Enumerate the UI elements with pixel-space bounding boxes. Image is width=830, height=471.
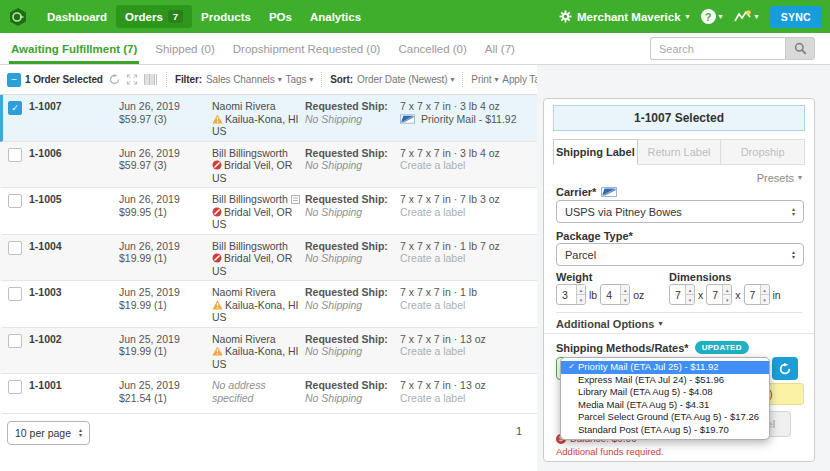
requested-ship-value: No Shipping [305, 345, 400, 358]
expand-icon[interactable] [126, 74, 138, 85]
weight-oz-stepper[interactable]: 4▴▾ [600, 284, 630, 305]
dim-length-stepper[interactable]: 7▴▾ [669, 284, 695, 305]
order-row[interactable]: 1-1001Jun 25, 2019$21.54 (1)No address s… [0, 374, 537, 414]
chevron-down-icon: ▾ [798, 174, 802, 182]
order-checkbox[interactable] [8, 241, 22, 255]
stepper-arrows-icon[interactable]: ▴▾ [722, 285, 731, 304]
rate-option[interactable]: Library Mail (ETA Aug 5) - $4.08 [561, 386, 769, 399]
stepper-arrows-icon[interactable]: ▴▾ [685, 285, 694, 304]
create-label-link[interactable]: Create a label [400, 392, 537, 405]
chevron-down-icon: ▾ [658, 320, 662, 328]
order-row[interactable]: 1-1003Jun 25, 2019$19.99 (1)Naomi Rivera… [0, 281, 537, 328]
order-date-total: Jun 26, 2019$99.95 (1) [119, 193, 212, 231]
order-row[interactable]: 1-1002Jun 25, 2019$19.99 (1)Naomi Rivera… [0, 328, 537, 375]
order-row[interactable]: 1-1006Jun 26, 2019$59.97 (3)Bill Billing… [0, 142, 537, 189]
stepper-arrows-icon[interactable]: ▴▾ [620, 285, 629, 304]
tab-awaiting-fulfillment[interactable]: Awaiting Fulfillment (7) [2, 33, 146, 64]
requested-ship-value: No Shipping [305, 392, 400, 405]
order-checkbox[interactable] [8, 287, 22, 301]
refresh-rates-button[interactable] [772, 357, 798, 380]
tab-dropship[interactable]: Dropship [721, 139, 805, 165]
rate-option[interactable]: Standard Post (ETA Aug 5) - $19.70 [561, 424, 769, 437]
presets-menu[interactable]: Presets▾ [757, 172, 802, 184]
account-menu[interactable]: Merchant Maverick ▾ [559, 10, 690, 23]
nav-analytics[interactable]: Analytics [301, 6, 370, 28]
unit-lb-label: lb [589, 289, 597, 301]
create-label-link[interactable]: Create a label [400, 206, 537, 219]
note-icon[interactable] [291, 195, 300, 204]
per-page-select[interactable]: 10 per page ▴▾ [7, 421, 90, 445]
create-label-link[interactable]: Create a label [400, 159, 537, 172]
requested-ship-cell: Requested Ship:No Shipping [305, 333, 400, 371]
order-row[interactable]: 1-1005Jun 26, 2019$99.95 (1)Bill Billing… [0, 188, 537, 235]
apply-tags-menu[interactable]: Apply Tags▾ [502, 74, 537, 85]
tab-return-label[interactable]: Return Label [638, 139, 722, 165]
order-row[interactable]: ✓1-1007Jun 26, 2019$59.97 (3)Naomi River… [0, 95, 537, 142]
order-checkbox[interactable] [8, 334, 22, 348]
tab-shipping-label[interactable]: Shipping Label [553, 139, 638, 165]
order-checkbox[interactable] [8, 194, 22, 208]
rate-option[interactable]: Express Mail (ETA Jul 24) - $51.96 [561, 374, 769, 387]
additional-options-toggle[interactable]: Additional Options▾ [556, 318, 662, 330]
ordoro-logo-icon[interactable] [8, 7, 28, 27]
order-date-total: Jun 26, 2019$59.97 (3) [119, 100, 212, 138]
search-input[interactable] [650, 37, 785, 60]
activity-menu[interactable]: ▾ [734, 10, 759, 23]
orders-toolbar: – 1 Order Selected Filter: Sales Channel… [0, 65, 537, 95]
stepper-arrows-icon[interactable]: ▴▾ [576, 285, 585, 304]
create-label-link[interactable]: Create a label [400, 252, 537, 265]
sort-order-date[interactable]: Order Date (Newest)▾ [357, 74, 454, 85]
updated-badge: UPDATED [695, 341, 749, 354]
tab-shipped[interactable]: Shipped (0) [146, 33, 223, 64]
dim-height-stepper[interactable]: 7▴▾ [744, 284, 770, 305]
tab-all[interactable]: All (7) [476, 33, 524, 64]
divider [556, 312, 802, 313]
stepper-arrows-icon[interactable]: ▴▾ [760, 285, 769, 304]
create-label-link[interactable]: Create a label [400, 299, 537, 312]
order-checkbox-cell: ✓ [3, 100, 29, 138]
help-menu[interactable]: ? ▾ [701, 9, 723, 24]
filter-sales-channels[interactable]: Sales Channels▾ [206, 74, 282, 85]
rate-option[interactable]: Parcel Select Ground (ETA Aug 5) - $17.2… [561, 411, 769, 424]
select-all-checkbox[interactable]: – [7, 73, 21, 87]
nav-orders[interactable]: Orders 7 [116, 5, 192, 28]
order-checkbox-cell [3, 286, 29, 324]
recipient-name: Bill Billingsworth [212, 193, 305, 206]
nav-pos[interactable]: POs [260, 6, 301, 28]
package-type-select[interactable]: Parcel ▴▾ [556, 243, 804, 266]
nav-dashboard[interactable]: Dashboard [38, 6, 116, 28]
carrier-select[interactable]: USPS via Pitney Bowes ▴▾ [556, 200, 804, 223]
order-checkbox[interactable] [8, 148, 22, 162]
shipping-rates-label: Shipping Methods/Rates* UPDATED [556, 341, 749, 354]
dim-width-stepper[interactable]: 7▴▾ [706, 284, 732, 305]
filter-tags[interactable]: Tags▾ [286, 74, 314, 85]
refresh-icon[interactable] [109, 74, 120, 85]
order-total: $21.54 (1) [119, 392, 212, 405]
requested-ship-value: No Shipping [305, 159, 400, 172]
recipient-name: Naomi Rivera [212, 100, 305, 113]
print-menu[interactable]: Print▾ [471, 74, 498, 85]
order-checkbox[interactable]: ✓ [8, 101, 22, 115]
create-label-link[interactable]: Create a label [400, 345, 537, 358]
requested-ship-cell: Requested Ship:No Shipping [305, 379, 400, 410]
package-dimensions: 7 x 7 x 7 in · 7 lb 3 oz [400, 193, 537, 206]
search-button[interactable] [785, 37, 815, 60]
requested-ship-cell: Requested Ship:No Shipping [305, 240, 400, 278]
gear-icon [559, 10, 572, 23]
tab-cancelled[interactable]: Cancelled (0) [389, 33, 475, 64]
order-id: 1-1001 [29, 379, 119, 410]
order-row[interactable]: 1-1004Jun 26, 2019$19.99 (1)Bill Billing… [0, 235, 537, 282]
rate-option[interactable]: ✓Priority Mail (ETA Jul 25) - $11.92 [561, 361, 769, 374]
order-total: $59.97 (3) [119, 113, 212, 126]
barcode-icon[interactable] [144, 74, 158, 85]
page-number[interactable]: 1 [516, 425, 522, 437]
weight-lb-stepper[interactable]: 3▴▾ [556, 284, 586, 305]
nav-products[interactable]: Products [192, 6, 260, 28]
rate-option[interactable]: Media Mail (ETA Aug 5) - $4.31 [561, 399, 769, 412]
package-dimensions: 7 x 7 x 7 in · 1 lb 7 oz [400, 240, 537, 253]
sync-button[interactable]: SYNC [770, 6, 822, 28]
order-checkbox[interactable] [8, 380, 22, 394]
order-date: Jun 26, 2019 [119, 240, 212, 253]
tab-dropshipment-requested[interactable]: Dropshipment Requested (0) [224, 33, 390, 64]
chevron-down-icon: ▾ [494, 76, 498, 84]
